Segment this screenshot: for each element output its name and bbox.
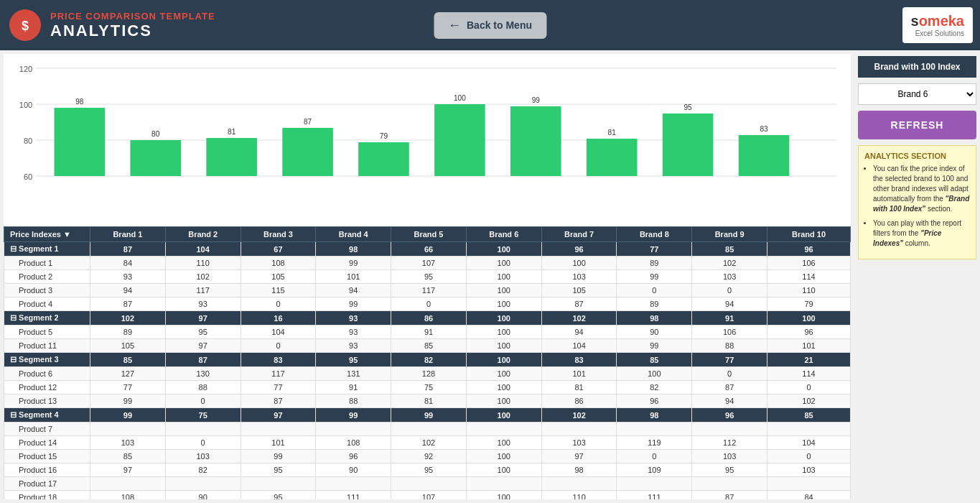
col-header-brand8: Brand 8: [617, 227, 692, 242]
back-arrow-icon: ←: [448, 18, 461, 33]
col-header-brand2: Brand 2: [165, 227, 241, 242]
table-row: Product 2931021051019510010399103114: [4, 270, 851, 284]
col-header-brand5: Brand 5: [391, 227, 467, 242]
brand-with-100-index-label: Brand with 100 Index: [858, 56, 976, 78]
col-header-brand1: Brand 1: [90, 227, 166, 242]
table-row: Product 1841101089910710010089102106: [4, 257, 851, 270]
svg-text:80: 80: [151, 130, 160, 138]
price-index-table: Price Indexes ▼ Brand 1 Brand 2 Brand 3 …: [4, 226, 851, 499]
back-to-menu-button[interactable]: ← Back to Menu: [434, 12, 546, 39]
data-area: 120 100 80 60 98 80 81: [4, 54, 851, 499]
svg-text:79: 79: [380, 132, 388, 140]
table-row: Product 1810890951111071001101118784: [4, 491, 851, 500]
bar-brand5: [358, 142, 409, 176]
someka-brand-text: someka: [911, 13, 965, 29]
table-row: Product 589951049391100949010696: [4, 326, 851, 339]
svg-text:60: 60: [24, 172, 32, 181]
svg-text:87: 87: [304, 118, 312, 126]
table-row: Product 1697829590951009810995103: [4, 463, 851, 477]
analytics-info-point-2: You can play with the report filters fro…: [873, 218, 970, 249]
someka-tagline: Excel Solutions: [911, 29, 965, 37]
analytics-info-point-1: You can fix the price index of the selec…: [873, 164, 970, 214]
header-main-title: ANALYTICS: [50, 22, 215, 40]
svg-text:81: 81: [608, 129, 617, 137]
segment-row: ⊟ Segment 18710467986610096778596: [4, 242, 851, 257]
analytics-info-title: ANALYTICS SECTION: [864, 152, 970, 160]
table-row: Product 1277887791751008182870: [4, 381, 851, 394]
logo-area: $ PRICE COMPARISON TEMPLATE ANALYTICS: [7, 7, 215, 43]
col-header-brand7: Brand 7: [541, 227, 617, 242]
bar-brand2: [130, 140, 181, 176]
col-header-price-indexes[interactable]: Price Indexes ▼: [4, 227, 90, 242]
table-row: Product 15851039996921009701030: [4, 450, 851, 463]
header-subtitle: PRICE COMPARISON TEMPLATE: [50, 11, 215, 22]
svg-text:81: 81: [228, 128, 236, 136]
table-row: Product 61271301171311281001011000114: [4, 367, 851, 381]
analytics-info-list: You can fix the price index of the selec…: [864, 164, 970, 249]
table-row: Product 141030101108102100103119112104: [4, 436, 851, 450]
segment-row: ⊟ Segment 49975979999100102989685: [4, 408, 851, 423]
svg-text:80: 80: [24, 137, 32, 145]
refresh-button[interactable]: REFRESH: [858, 111, 976, 139]
segment-row: ⊟ Segment 2102971693861001029891100: [4, 311, 851, 326]
table-body: ⊟ Segment 18710467986610096778596Product…: [4, 242, 851, 500]
col-header-brand9: Brand 9: [692, 227, 767, 242]
svg-text:99: 99: [532, 96, 541, 104]
svg-text:100: 100: [454, 94, 466, 102]
bar-brand8: [587, 139, 638, 176]
analytics-info-box: ANALYTICS SECTION You can fix the price …: [858, 145, 976, 259]
bar-brand4: [282, 128, 333, 176]
bar-brand10: [739, 135, 790, 176]
bar-brand7: [510, 106, 561, 176]
brand-dropdown[interactable]: Brand 6 Brand 1 Brand 2 Brand 3 Brand 4 …: [858, 83, 976, 105]
segment-row: ⊟ Segment 3858783958210083857721: [4, 353, 851, 367]
col-header-brand10: Brand 10: [767, 227, 851, 242]
bar-brand9: [663, 114, 714, 176]
table-row: Product 3941171159411710010500110: [4, 284, 851, 297]
bar-chart: 120 100 80 60 98 80 81: [11, 61, 844, 219]
col-header-brand3: Brand 3: [241, 227, 316, 242]
main-content: 120 100 80 60 98 80 81: [0, 50, 980, 503]
bar-brand1: [55, 108, 106, 176]
svg-text:95: 95: [684, 103, 693, 111]
app-logo-icon: $: [7, 7, 43, 43]
svg-text:120: 120: [19, 65, 32, 73]
table-row: Product 17: [4, 477, 851, 491]
table-row: Product 48793099010087899479: [4, 297, 851, 311]
table-row: Product 7: [4, 423, 851, 436]
bar-brand6: [434, 104, 485, 176]
svg-text:$: $: [22, 19, 29, 33]
chart-area: 120 100 80 60 98 80 81: [4, 54, 851, 226]
right-panel: Brand with 100 Index Brand 6 Brand 1 Bra…: [854, 50, 980, 503]
table-row: Product 13990878881100869694102: [4, 394, 851, 408]
back-button-label: Back to Menu: [467, 19, 532, 31]
someka-logo: someka Excel Solutions: [902, 7, 974, 43]
col-header-brand6: Brand 6: [466, 227, 541, 242]
svg-text:100: 100: [19, 101, 32, 109]
col-header-brand4: Brand 4: [316, 227, 391, 242]
svg-text:98: 98: [75, 98, 84, 106]
table-header-row: Price Indexes ▼ Brand 1 Brand 2 Brand 3 …: [4, 227, 851, 242]
app-header: $ PRICE COMPARISON TEMPLATE ANALYTICS ← …: [0, 0, 980, 50]
table-container[interactable]: Price Indexes ▼ Brand 1 Brand 2 Brand 3 …: [4, 226, 851, 499]
table-row: Product 1110597093851001049988101: [4, 339, 851, 353]
header-titles: PRICE COMPARISON TEMPLATE ANALYTICS: [50, 11, 215, 40]
svg-text:83: 83: [760, 125, 768, 133]
bar-brand3: [206, 138, 257, 176]
